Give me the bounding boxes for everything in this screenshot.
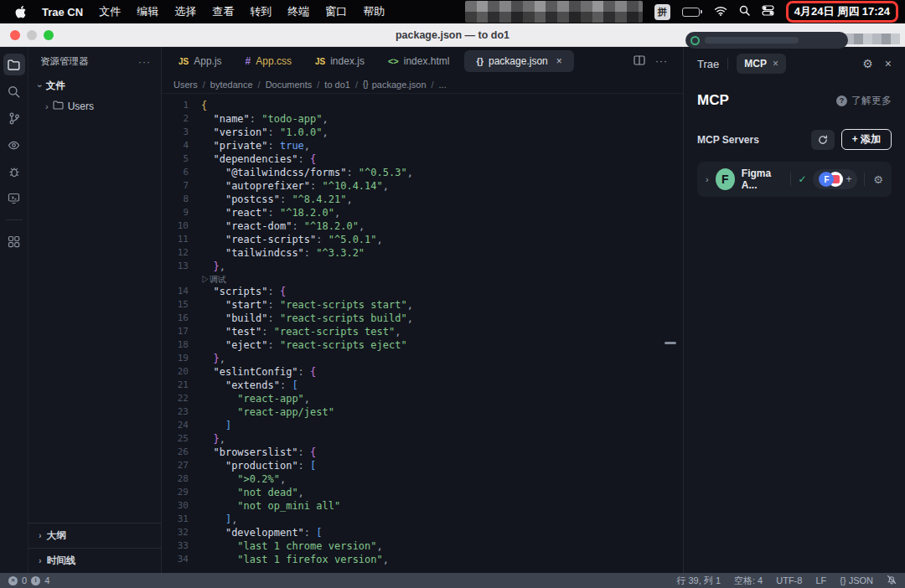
code-line[interactable]: 8 "postcss": "^8.4.21", (162, 193, 683, 206)
timeline-section-header[interactable]: › 时间线 (28, 548, 161, 573)
code-line[interactable]: 9 "react": "^18.2.0", (162, 206, 683, 219)
gear-icon[interactable]: ⚙ (862, 58, 873, 70)
eol-indicator[interactable]: LF (815, 575, 826, 585)
code-line[interactable]: 11 "react-scripts": "^5.0.1", (162, 233, 683, 246)
tab-App.css[interactable]: #App.css (234, 47, 303, 75)
explorer-more-icon[interactable]: ··· (138, 56, 151, 68)
menu-item-编辑[interactable]: 编辑 (137, 4, 158, 19)
outline-section-header[interactable]: › 大纲 (28, 523, 161, 548)
menu-item-选择[interactable]: 选择 (174, 4, 196, 19)
codelens-row[interactable]: ▷调试 (162, 273, 683, 285)
menu-item-窗口[interactable]: 窗口 (325, 4, 347, 19)
code-line[interactable]: 15 "start": "react-scripts start", (162, 298, 683, 312)
code-line[interactable]: 4 "private": true, (162, 139, 683, 152)
breadcrumb-item-package.json[interactable]: {}package.json (363, 80, 427, 90)
tree-item-users[interactable]: › Users (28, 97, 161, 116)
code-line[interactable]: 31 ], (162, 513, 683, 526)
line-col-indicator[interactable]: 行 39, 列 1 (676, 575, 721, 587)
code-line[interactable]: 16 "build": "react-scripts build", (162, 312, 683, 325)
breadcrumb-item-Documents[interactable]: Documents (266, 80, 313, 90)
preview-icon[interactable] (3, 134, 25, 156)
menu-item-转到[interactable]: 转到 (250, 4, 272, 19)
code-line[interactable]: 2 "name": "todo-app", (162, 112, 683, 126)
code-line[interactable]: 18 "eject": "react-scripts eject" (162, 338, 683, 352)
code-line[interactable]: 28 ">0.2%", (162, 472, 683, 486)
warnings-icon[interactable]: i (31, 576, 40, 585)
files-section-header[interactable]: › 文件 (28, 75, 161, 97)
breadcrumb-item-to do1[interactable]: to do1 (324, 80, 350, 90)
wifi-icon[interactable] (714, 6, 727, 18)
source-control-icon[interactable] (3, 107, 25, 129)
split-editor-icon[interactable] (634, 54, 645, 69)
code-line[interactable]: 33 "last 1 chrome version", (162, 539, 683, 553)
menu-item-终端[interactable]: 终端 (287, 4, 309, 19)
menubar-clock[interactable]: 4月24日 周四 17:24 (786, 1, 898, 23)
code-line[interactable]: 24 ] (162, 419, 683, 432)
code-line[interactable]: 13 }, (162, 260, 683, 273)
breadcrumb-item-...[interactable]: ... (439, 80, 447, 90)
close-icon[interactable]: × (773, 58, 778, 70)
errors-count[interactable]: 0 (22, 575, 27, 585)
menu-item-帮助[interactable]: 帮助 (363, 4, 385, 19)
code-line[interactable]: 5 "dependencies": { (162, 152, 683, 166)
indent-indicator[interactable]: 空格: 4 (734, 575, 763, 587)
code-line[interactable]: 29 "not dead", (162, 486, 683, 499)
panel-close-icon[interactable]: × (885, 57, 892, 70)
apps-grid-icon[interactable] (3, 230, 25, 252)
errors-icon[interactable]: × (8, 576, 18, 585)
code-line[interactable]: 21 "extends": [ (162, 379, 683, 392)
code-line[interactable]: 27 "production": [ (162, 459, 683, 472)
menu-item-文件[interactable]: 文件 (99, 4, 121, 19)
code-line[interactable]: 1{ (162, 99, 683, 112)
editor-more-icon[interactable]: ··· (655, 55, 668, 67)
agent-avatars-pill[interactable]: F + (813, 169, 857, 189)
tab-index.js[interactable]: JSindex.js (303, 47, 376, 75)
code-line[interactable]: 23 "react-app/jest" (162, 405, 683, 419)
search-icon[interactable] (3, 80, 25, 102)
scrollbar-marker[interactable] (665, 342, 676, 344)
code-line[interactable]: 7 "autoprefixer": "^10.4.14", (162, 179, 683, 193)
refresh-button[interactable] (811, 130, 835, 150)
mcp-server-row[interactable]: › F Figma A... ✓ F + ⚙ (697, 162, 892, 197)
menu-item-查看[interactable]: 查看 (212, 4, 234, 19)
breadcrumb-item-bytedance[interactable]: bytedance (210, 80, 253, 90)
code-line[interactable]: 10 "react-dom": "^18.2.0", (162, 219, 683, 233)
code-line[interactable]: 34 "last 1 firefox version", (162, 553, 683, 566)
code-line[interactable]: 22 "react-app", (162, 392, 683, 405)
control-center-icon[interactable] (762, 5, 774, 18)
spotlight-search-icon[interactable] (739, 5, 750, 18)
code-line[interactable]: 25 }, (162, 432, 683, 446)
tab-App.js[interactable]: JSApp.js (167, 47, 234, 75)
code-line[interactable]: 14 "scripts": { (162, 285, 683, 298)
panel-tab-trae[interactable]: Trae (697, 58, 719, 70)
code-line[interactable]: 26 "browserslist": { (162, 446, 683, 459)
code-line[interactable]: 19 }, (162, 352, 683, 365)
breadcrumb-item-Users[interactable]: Users (173, 80, 198, 90)
code-line[interactable]: 32 "development": [ (162, 526, 683, 539)
explorer-icon[interactable] (3, 54, 25, 75)
language-indicator[interactable]: {} JSON (840, 575, 873, 585)
server-settings-gear-icon[interactable]: ⚙ (873, 173, 883, 186)
remote-window-icon[interactable] (3, 188, 25, 209)
code-line[interactable]: 3 "version": "1.0.0", (162, 126, 683, 139)
warnings-count[interactable]: 4 (44, 575, 49, 585)
panel-tab-mcp[interactable]: MCP × (737, 54, 786, 74)
code-line[interactable]: 17 "test": "react-scripts test", (162, 325, 683, 338)
add-server-button[interactable]: + 添加 (841, 129, 892, 150)
code-line[interactable]: 30 "not op_mini all" (162, 499, 683, 513)
notifications-muted-icon[interactable] (887, 575, 897, 586)
chevron-right-icon[interactable]: › (706, 174, 709, 184)
code-line[interactable]: 6 "@tailwindcss/forms": "^0.5.3", (162, 166, 683, 179)
tab-index.html[interactable]: <>index.html (376, 47, 462, 75)
learn-more-link[interactable]: ? 了解更多 (836, 94, 892, 108)
apple-menu-icon[interactable] (15, 6, 26, 18)
close-icon[interactable]: × (556, 55, 562, 67)
tab-package.json[interactable]: {}package.json× (464, 50, 573, 72)
code-line[interactable]: 20 "eslintConfig": { (162, 365, 683, 379)
input-method-indicator[interactable]: 拼 (654, 4, 670, 20)
debug-icon[interactable] (3, 161, 25, 183)
menu-app-name[interactable]: Trae CN (42, 6, 83, 18)
code-line[interactable]: 12 "tailwindcss": "^3.3.2" (162, 246, 683, 260)
code-editor[interactable]: 1{2 "name": "todo-app",3 "version": "1.0… (162, 94, 683, 573)
encoding-indicator[interactable]: UTF-8 (776, 575, 802, 585)
